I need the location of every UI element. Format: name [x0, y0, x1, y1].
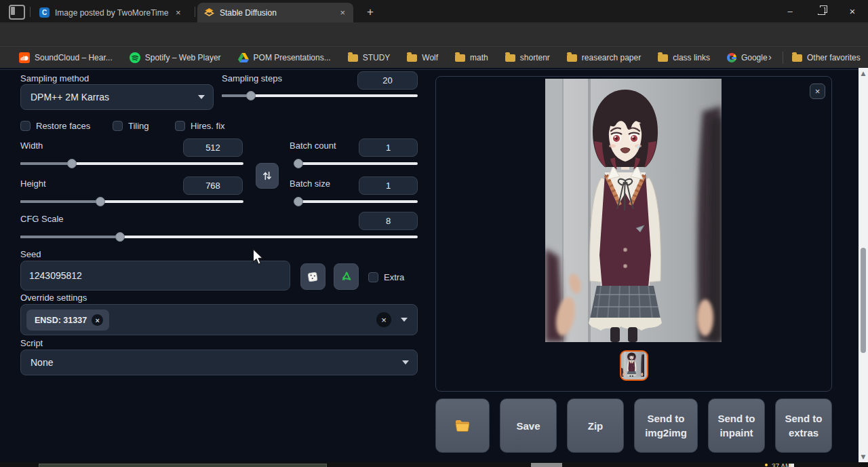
taskbar-notification-dot — [765, 464, 768, 466]
tiling-checkbox[interactable] — [113, 121, 123, 131]
generated-image[interactable] — [545, 79, 722, 342]
scroll-up-icon[interactable]: ▲ — [860, 70, 867, 77]
cfg-scale-input[interactable]: 8 — [359, 212, 418, 230]
script-value: None — [31, 357, 53, 368]
slider-thumb[interactable] — [115, 232, 125, 242]
bookmark-label: class links — [673, 53, 710, 62]
tab-close-icon[interactable]: × — [340, 7, 345, 18]
bookmarks-list: SoundCloud – Hear... Spotify – Web Playe… — [19, 47, 768, 69]
chevron-down-icon — [402, 360, 409, 365]
send-to-extras-button[interactable]: Send to extras — [775, 398, 832, 453]
sampling-steps-slider[interactable] — [222, 94, 418, 97]
width-input[interactable]: 512 — [183, 138, 243, 157]
scrollbar-thumb[interactable] — [861, 248, 866, 353]
gradio-favicon — [204, 7, 214, 18]
bookmark-folder-wolf[interactable]: Wolf — [407, 53, 438, 62]
seed-value: 1243095812 — [29, 270, 82, 281]
width-slider[interactable] — [20, 162, 243, 165]
bookmark-label: Other favorites — [807, 53, 861, 62]
bookmark-spotify[interactable]: Spotify – Web Player — [130, 52, 221, 63]
random-seed-button[interactable] — [300, 263, 326, 290]
reuse-seed-button[interactable] — [334, 263, 359, 290]
taskbar-app-strip[interactable] — [39, 464, 327, 467]
slider-fill — [20, 236, 120, 238]
restore-icon — [818, 7, 825, 15]
bookmark-folder-research[interactable]: reasearch paper — [567, 53, 641, 62]
minimize-button[interactable]: – — [774, 0, 806, 22]
tab-image-posted[interactable]: C Image posted by TwoMoreTimes × — [33, 3, 194, 22]
bookmarks-overflow-chevron[interactable]: › — [768, 51, 772, 62]
browser-window: C Image posted by TwoMoreTimes × Stable … — [0, 0, 868, 467]
swap-dimensions-button[interactable] — [256, 163, 279, 189]
tab-actions-icon[interactable] — [9, 5, 25, 20]
batch-count-value: 1 — [386, 143, 391, 153]
slider-thumb[interactable] — [96, 197, 105, 206]
script-dropdown[interactable]: None — [20, 350, 418, 375]
close-gallery-icon[interactable]: × — [810, 83, 825, 99]
slider-thumb[interactable] — [246, 91, 256, 100]
bookmark-label: STUDY — [363, 53, 391, 62]
sampling-steps-input[interactable]: 20 — [357, 71, 418, 90]
override-settings-box[interactable]: ENSD: 31337 × × — [20, 304, 418, 335]
sampling-steps-label: Sampling steps — [222, 73, 282, 83]
batch-size-input[interactable]: 1 — [359, 176, 418, 195]
hires-fix-checkbox[interactable] — [175, 121, 185, 131]
zip-button[interactable]: Zip — [567, 398, 624, 453]
extra-seed-checkbox[interactable] — [368, 272, 378, 282]
open-folder-button[interactable] — [435, 398, 490, 453]
chip-remove-icon[interactable]: × — [92, 314, 103, 326]
height-slider[interactable] — [20, 200, 243, 203]
batch-size-label: Batch size — [290, 179, 330, 189]
batch-size-slider[interactable] — [295, 200, 418, 203]
save-button[interactable]: Save — [500, 398, 557, 453]
taskbar-item[interactable] — [531, 463, 562, 467]
bookmark-soundcloud[interactable]: SoundCloud – Hear... — [19, 52, 113, 63]
scrollbar[interactable]: ▲ ▼ — [859, 68, 868, 462]
seed-input[interactable]: 1243095812 — [20, 261, 290, 291]
slider-thumb[interactable] — [294, 159, 303, 168]
gallery-thumbnail-selected[interactable] — [620, 350, 648, 381]
send-to-inpaint-button[interactable]: Send to inpaint — [708, 398, 765, 453]
bookmark-folder-shortenr[interactable]: shortenr — [505, 53, 550, 62]
batch-count-input[interactable]: 1 — [359, 138, 418, 157]
google-icon — [727, 53, 736, 62]
cfg-scale-slider[interactable] — [20, 236, 418, 238]
folder-icon — [658, 54, 668, 62]
tab-stable-diffusion[interactable]: Stable Diffusion × — [197, 3, 353, 22]
override-chip[interactable]: ENSD: 31337 × — [26, 310, 109, 331]
send-to-img2img-button[interactable]: Send to img2img — [634, 398, 698, 453]
height-label: Height — [20, 179, 46, 189]
folder-icon — [348, 54, 358, 62]
bookmark-label: math — [470, 53, 488, 62]
clear-all-icon[interactable]: × — [376, 312, 391, 327]
bookmark-pom[interactable]: POM Presentations... — [238, 53, 331, 62]
mouse-cursor — [252, 248, 265, 269]
bookmark-other-favorites[interactable]: Other favorites — [792, 53, 861, 62]
restore-button[interactable] — [806, 0, 837, 22]
slider-thumb[interactable] — [294, 197, 303, 206]
batch-count-label: Batch count — [290, 141, 336, 151]
folder-icon — [407, 54, 417, 62]
close-window-button[interactable]: × — [837, 0, 868, 22]
sampling-steps-value: 20 — [382, 75, 392, 86]
sampling-method-value: DPM++ 2M Karras — [31, 92, 109, 102]
scroll-down-icon[interactable]: ▼ — [860, 453, 867, 460]
bookmark-folder-study[interactable]: STUDY — [348, 53, 391, 62]
civitai-favicon: C — [39, 7, 50, 18]
bookmark-label: SoundCloud – Hear... — [35, 53, 113, 62]
slider-thumb[interactable] — [67, 159, 77, 168]
tab-close-icon[interactable]: × — [176, 7, 181, 18]
height-input[interactable]: 768 — [183, 176, 243, 195]
bookmark-label: Google — [741, 53, 768, 62]
bookmark-folder-classlinks[interactable]: class links — [658, 53, 710, 62]
batch-count-slider[interactable] — [295, 162, 418, 165]
bookmark-google[interactable]: Google — [727, 53, 768, 62]
folder-icon — [455, 419, 470, 432]
browser-toolbar: ← 127.0.0.1 :7860 A) ☆+ O » IA AD S — [0, 22, 868, 46]
slider-fill — [20, 200, 100, 203]
folder-icon — [567, 54, 577, 62]
sampling-method-dropdown[interactable]: DPM++ 2M Karras — [20, 84, 214, 110]
bookmark-folder-math[interactable]: math — [455, 53, 488, 62]
restore-faces-checkbox[interactable] — [20, 121, 31, 131]
new-tab-button[interactable]: + — [362, 4, 378, 20]
